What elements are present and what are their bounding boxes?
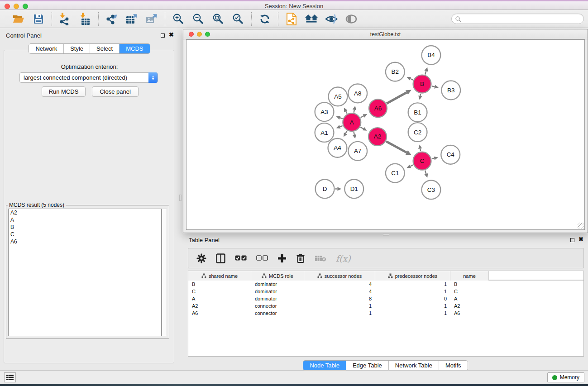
table-cell[interactable]: C — [188, 289, 251, 294]
column-header-predecessor-nodes[interactable]: predecessor nodes — [375, 271, 450, 281]
float-panel-icon[interactable] — [161, 33, 165, 38]
edge-B-B2[interactable] — [410, 79, 413, 80]
vertical-split-handle[interactable] — [179, 195, 182, 201]
table-row[interactable]: Cdominator41C — [188, 288, 583, 295]
table-cell[interactable]: 4 — [304, 289, 375, 294]
graph-node-C[interactable]: C — [413, 152, 431, 170]
graph-node-D[interactable]: D — [316, 180, 335, 199]
edge-A6-B[interactable] — [387, 92, 406, 103]
tab-style[interactable]: Style — [64, 44, 90, 53]
table-cell[interactable]: A — [450, 296, 489, 301]
edge-C-C1[interactable] — [410, 165, 413, 167]
tab-edge-table[interactable]: Edge Table — [346, 361, 389, 370]
table-cell[interactable]: A6 — [450, 310, 489, 316]
table-row[interactable]: Bdominator41B — [188, 281, 583, 288]
graph-node-A6[interactable]: A6 — [369, 99, 387, 117]
table-cell[interactable]: 1 — [304, 303, 375, 309]
close-panel-button[interactable]: Close panel — [92, 86, 139, 97]
network-canvas[interactable]: B4B2BB3B1A8A5A6A3AA1C2A2A4A7CC4C1C3DD1 — [186, 39, 585, 230]
tab-select[interactable]: Select — [90, 44, 120, 53]
network-file-icon[interactable] — [285, 12, 298, 26]
save-session-icon[interactable] — [32, 12, 45, 26]
table-row[interactable]: Adominator80A — [188, 295, 583, 302]
mcds-result-item[interactable]: B — [9, 224, 161, 231]
export-image-icon[interactable] — [145, 12, 158, 26]
float-table-panel-icon[interactable] — [570, 238, 574, 242]
show-graphics-icon[interactable] — [344, 12, 358, 26]
table-cell[interactable]: 1 — [375, 281, 450, 287]
tab-network-table[interactable]: Network Table — [389, 361, 439, 370]
graph-node-C1[interactable]: C1 — [386, 164, 405, 183]
graph-node-A8[interactable]: A8 — [348, 84, 367, 103]
table-cell[interactable]: A2 — [188, 303, 251, 309]
table-cell[interactable]: A — [188, 296, 251, 301]
edge-C-C2[interactable] — [420, 148, 421, 151]
table-cell[interactable]: 1 — [375, 310, 450, 316]
edge-A-A1[interactable] — [340, 126, 343, 127]
tab-network[interactable]: Network — [29, 44, 64, 53]
edge-C-C3[interactable] — [425, 171, 426, 174]
table-cell[interactable]: C — [450, 289, 489, 294]
edge-A-A2[interactable] — [360, 127, 363, 129]
edge-A2-C[interactable] — [386, 141, 406, 152]
show-columns-icon[interactable] — [216, 253, 225, 263]
graph-node-A3[interactable]: A3 — [315, 102, 334, 121]
tab-mcds[interactable]: MCDS — [120, 44, 149, 53]
edge-A-A3[interactable] — [340, 118, 343, 119]
graph-node-A4[interactable]: A4 — [328, 138, 347, 157]
table-cell[interactable]: dominator — [251, 281, 304, 287]
table-row[interactable]: A2connector11A2 — [188, 302, 583, 310]
table-cell[interactable]: dominator — [251, 289, 304, 294]
graph-node-B3[interactable]: B3 — [441, 81, 460, 100]
node-table[interactable]: shared nameMCDS rolesuccessor nodesprede… — [188, 271, 584, 357]
graph-node-B4[interactable]: B4 — [422, 46, 441, 65]
zoom-fit-icon[interactable] — [211, 12, 225, 26]
zoom-out-icon[interactable] — [191, 12, 205, 26]
export-network-icon[interactable] — [105, 12, 119, 26]
table-cell[interactable]: 4 — [304, 281, 375, 287]
graph-node-C3[interactable]: C3 — [422, 181, 441, 200]
edge-A-A4[interactable] — [345, 131, 347, 133]
column-header-name[interactable]: name — [450, 271, 489, 281]
close-panel-icon[interactable]: ✖ — [169, 31, 174, 38]
edge-B-B1[interactable] — [420, 94, 421, 96]
graph-node-B2[interactable]: B2 — [386, 62, 405, 81]
graph-node-D1[interactable]: D1 — [344, 180, 363, 199]
add-column-icon[interactable] — [277, 254, 287, 263]
tab-motifs[interactable]: Motifs — [439, 361, 468, 370]
network-window-titlebar[interactable]: testGlobe.txt — [183, 29, 588, 39]
table-cell[interactable]: 1 — [375, 289, 450, 294]
table-cell[interactable]: 1 — [304, 310, 375, 316]
table-cell[interactable]: 1 — [375, 303, 450, 309]
refresh-icon[interactable] — [258, 12, 272, 26]
edge-C-C4[interactable] — [432, 158, 434, 159]
mcds-result-item[interactable]: C — [9, 231, 161, 238]
table-cell[interactable]: A2 — [450, 303, 489, 309]
table-row[interactable]: A6connector11A6 — [188, 310, 583, 317]
delete-column-trash-icon[interactable] — [296, 253, 305, 263]
column-header-shared-name[interactable]: shared name — [188, 271, 251, 281]
search-input[interactable] — [461, 16, 583, 22]
edge-A-A5[interactable] — [346, 111, 347, 114]
horizontal-split-handle[interactable] — [383, 234, 389, 236]
table-cell[interactable]: connector — [251, 303, 304, 309]
mcds-list-scrollbar[interactable] — [162, 209, 167, 336]
table-cell[interactable]: B — [450, 281, 489, 287]
graph-node-A2[interactable]: A2 — [368, 128, 387, 146]
edge-A-A8[interactable] — [354, 110, 354, 113]
mcds-result-item[interactable]: A6 — [9, 238, 161, 245]
column-header-MCDS-role[interactable]: MCDS role — [251, 271, 304, 281]
column-header-successor-nodes[interactable]: successor nodes — [304, 271, 375, 281]
deselect-all-checkboxes-icon[interactable] — [256, 255, 268, 261]
graph-node-B[interactable]: B — [413, 75, 431, 93]
graph-node-B1[interactable]: B1 — [408, 103, 427, 122]
mcds-result-item[interactable]: A2 — [9, 209, 161, 216]
edge-A-A6[interactable] — [361, 116, 364, 118]
edge-B-B3[interactable] — [432, 86, 435, 86]
graph-node-C2[interactable]: C2 — [408, 123, 427, 142]
zoom-selected-icon[interactable] — [231, 12, 245, 26]
table-settings-gear-icon[interactable] — [196, 253, 206, 263]
close-table-panel-icon[interactable]: ✖ — [578, 236, 583, 243]
import-network-icon[interactable] — [58, 12, 72, 26]
task-history-list-icon[interactable] — [4, 372, 16, 382]
